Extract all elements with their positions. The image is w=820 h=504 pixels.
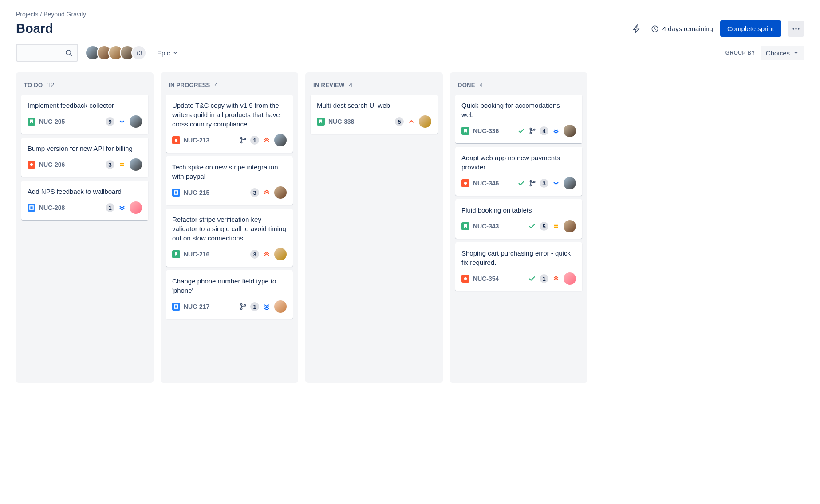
assignee-avatar[interactable] [130,115,142,128]
svg-point-14 [240,308,242,309]
svg-point-23 [464,277,467,280]
search-input-wrapper[interactable] [16,44,78,62]
groupby-dropdown[interactable]: Choices [761,46,804,60]
issue-card[interactable]: Multi-dest search UI web NUC-338 5 [311,94,438,134]
issue-key[interactable]: NUC-215 [184,189,209,196]
issue-card[interactable]: Update T&C copy with v1.9 from the write… [166,94,293,153]
priority-icon [263,136,271,144]
assignee-avatar[interactable] [274,134,287,146]
chevron-down-icon [173,50,178,55]
check-icon [528,222,536,230]
assignee-avatar[interactable] [419,115,431,128]
card-title: Adapt web app no new payments provider [461,153,576,172]
board: TO DO 12 Implement feedback collector NU… [16,72,804,383]
card-title: Refactor stripe verification key validat… [172,215,287,243]
issue-card[interactable]: Fluid booking on tablets NUC-343 5 [455,199,582,239]
assignee-avatar[interactable] [274,248,287,260]
card-title: Tech spike on new stripe integration wit… [172,162,287,181]
story-points-badge: 9 [106,117,114,126]
avatar-overflow[interactable]: +3 [131,45,146,60]
assignee-avatar[interactable] [564,125,576,137]
epic-dropdown[interactable]: Epic [154,47,181,59]
svg-point-4 [66,50,71,55]
assignee-avatar[interactable] [274,186,287,199]
issue-key[interactable]: NUC-343 [473,223,499,230]
column-header: IN PROGRESS 4 [166,78,293,94]
svg-point-9 [240,142,242,143]
issue-key[interactable]: NUC-346 [473,180,499,187]
complete-sprint-button[interactable]: Complete sprint [720,20,781,37]
svg-point-10 [244,138,245,140]
issue-key[interactable]: NUC-205 [39,118,65,125]
column-title: TO DO [24,82,43,88]
column-header: TO DO 12 [21,78,148,94]
assignee-avatar[interactable] [274,300,287,313]
priority-icon [552,179,560,187]
priority-icon [552,127,560,135]
story-icon [317,118,325,126]
page-title: Board [16,21,53,36]
column-review: IN REVIEW 4 Multi-dest search UI web NUC… [305,72,443,383]
issue-key[interactable]: NUC-213 [184,137,209,144]
breadcrumb-project-name[interactable]: Beyond Gravity [43,11,86,18]
card-title: Fluid booking on tablets [461,205,576,215]
search-input[interactable] [21,49,65,56]
clock-icon [651,25,659,33]
breadcrumb-projects[interactable]: Projects [16,11,39,18]
assignee-filter[interactable]: +3 [85,45,146,60]
svg-point-16 [530,128,531,130]
card-title: Change phone number field type to 'phone… [172,276,287,295]
issue-card[interactable]: Implement feedback collector NUC-205 9 [21,94,148,134]
assignee-avatar[interactable] [130,158,142,171]
svg-point-1 [793,28,794,29]
column-header: DONE 4 [455,78,582,94]
branch-icon [529,180,536,187]
more-actions-button[interactable] [788,21,804,37]
svg-point-22 [533,181,535,183]
issue-key[interactable]: NUC-217 [184,303,209,310]
column-title: IN REVIEW [313,82,345,88]
issue-card[interactable]: Refactor stripe verification key validat… [166,209,293,267]
assignee-avatar[interactable] [564,220,576,232]
svg-rect-11 [174,191,178,194]
priority-icon [407,118,415,126]
priority-icon [263,250,271,258]
priority-icon [118,204,126,212]
column-count: 4 [349,81,353,88]
chevron-down-icon [793,50,799,55]
priority-icon [552,222,560,230]
search-icon [65,49,73,57]
check-icon [517,179,525,187]
issue-key[interactable]: NUC-354 [473,275,499,282]
story-points-badge: 5 [540,222,548,231]
issue-key[interactable]: NUC-336 [473,127,499,134]
issue-card[interactable]: Adapt web app no new payments provider N… [455,147,582,196]
issue-card[interactable]: Bump version for new API for billing NUC… [21,138,148,177]
column-inprog: IN PROGRESS 4 Update T&C copy with v1.9 … [161,72,298,383]
priority-icon [118,161,126,169]
automation-icon[interactable] [630,22,644,36]
story-icon [461,127,469,135]
story-points-badge: 1 [540,274,548,283]
issue-card[interactable]: Shoping cart purchasing error - quick fi… [455,242,582,291]
story-points-badge: 3 [250,188,259,197]
issue-key[interactable]: NUC-208 [39,204,65,211]
issue-card[interactable]: Tech spike on new stripe integration wit… [166,156,293,205]
issue-key[interactable]: NUC-216 [184,251,209,258]
assignee-avatar[interactable] [564,272,576,285]
column-title: IN PROGRESS [169,82,210,88]
svg-point-3 [798,28,799,29]
assignee-avatar[interactable] [564,177,576,189]
issue-card[interactable]: Quick booking for accomodations - web NU… [455,94,582,143]
issue-key[interactable]: NUC-206 [39,161,65,168]
priority-icon [263,303,271,311]
svg-point-21 [530,185,531,186]
column-header: IN REVIEW 4 [311,78,438,94]
issue-key[interactable]: NUC-338 [328,118,354,125]
issue-card[interactable]: Change phone number field type to 'phone… [166,270,293,319]
svg-point-13 [240,304,242,305]
issue-card[interactable]: Add NPS feedback to wallboard NUC-208 1 [21,181,148,220]
assignee-avatar[interactable] [130,201,142,214]
story-points-badge: 4 [540,126,548,135]
days-remaining: 4 days remaining [651,25,713,33]
